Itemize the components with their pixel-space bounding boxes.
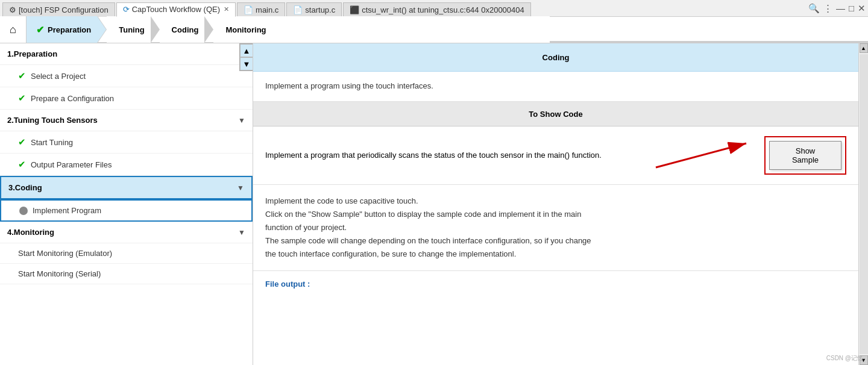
minimize-icon[interactable]: —	[836, 3, 845, 13]
title-bar: ⚙ [touch] FSP Configuration ⟳ CapTouch W…	[0, 0, 868, 17]
tuning-section-label: 2.Tuning Touch Sensors	[7, 116, 98, 125]
tab-ctsu[interactable]: ⬛ ctsu_wr_int() at tuning_ctsu.c:644 0x2…	[343, 2, 531, 17]
prepare-config-check-icon: ✔	[18, 93, 26, 104]
description-line-4: The sample code will change depending on…	[265, 234, 846, 248]
scroll-down-button[interactable]: ▼	[240, 57, 253, 70]
red-arrow	[644, 137, 764, 173]
tab-ctsu-label: ctsu_wr_int() at tuning_ctsu.c:644 0x200…	[362, 5, 524, 14]
home-icon: ⌂	[10, 23, 16, 36]
sidebar-section-coding[interactable]: 3.Coding ▼	[0, 176, 253, 199]
start-tuning-check-icon: ✔	[18, 137, 26, 148]
scroll-up-button[interactable]: ▲	[240, 44, 253, 57]
tab-startup[interactable]: 📄 startup.c	[286, 2, 342, 17]
output-params-label: Output Parameter Files	[31, 160, 112, 169]
tuning-collapse-icon: ▼	[238, 116, 245, 125]
panel-intro-text: Implement a program using the touch inte…	[265, 80, 846, 93]
tab-captouch-label: CapTouch Workflow (QE)	[132, 5, 220, 14]
panel-header: Coding	[253, 43, 858, 72]
svg-line-1	[656, 143, 746, 167]
coding-section-label: 3.Coding	[8, 183, 42, 192]
select-project-label: Select a Project	[31, 72, 86, 81]
monitoring-label: Monitoring	[225, 25, 266, 34]
file-output-area: File output :	[253, 271, 858, 297]
description-line-3: function of your project.	[265, 221, 846, 234]
sidebar-section-tuning[interactable]: 2.Tuning Touch Sensors ▼	[0, 110, 253, 131]
implement-program-label: Implement Program	[33, 206, 101, 215]
file-output-label: File output :	[265, 279, 310, 289]
tab-startup-label: startup.c	[305, 5, 335, 14]
tabs-container: ⚙ [touch] FSP Configuration ⟳ CapTouch W…	[2, 0, 804, 17]
workflow-step-preparation[interactable]: ✔ Preparation	[27, 16, 97, 43]
tab-main[interactable]: 📄 main.c	[237, 2, 285, 17]
monitoring-collapse-icon: ▼	[238, 228, 245, 237]
coding-label: Coding	[172, 25, 199, 34]
workflow-header: ⌂ ✔ Preparation Tuning Coding Monitoring	[0, 17, 868, 43]
description-line-2: Click on the "Show Sample" button to dis…	[265, 208, 846, 221]
file-icon-main: 📄	[244, 5, 253, 14]
sidebar-section-preparation[interactable]: 1.Preparation ▼	[0, 43, 253, 65]
tab-main-label: main.c	[256, 5, 278, 14]
close-icon[interactable]: ✕	[858, 3, 866, 14]
tuning-label: Tuning	[119, 25, 144, 34]
select-project-check-icon: ✔	[18, 70, 26, 81]
preparation-check-icon: ✔	[36, 24, 44, 36]
more-icon[interactable]: ⋮	[823, 3, 832, 14]
panel-subheader-label: To Show Code	[529, 110, 582, 119]
preparation-label: Preparation	[48, 25, 91, 34]
monitoring-section-label: 4.Monitoring	[7, 228, 54, 237]
show-sample-description: Implement a program that periodically sc…	[265, 151, 626, 160]
main-container: ⌂ ✔ Preparation Tuning Coding Monitoring	[0, 17, 868, 365]
right-scrollbar: ▲ ▼	[858, 43, 868, 365]
show-sample-area: Implement a program that periodically sc…	[253, 126, 858, 185]
panel-header-label: Coding	[542, 53, 570, 62]
show-sample-text: Implement a program that periodically sc…	[265, 151, 626, 160]
sidebar-item-output-params[interactable]: ✔ Output Parameter Files	[0, 154, 253, 176]
down-arrow-icon: ▼	[243, 60, 251, 69]
sidebar-item-select-project[interactable]: ✔ Select a Project	[0, 65, 253, 87]
file-icon-startup: 📄	[293, 5, 303, 14]
prepare-config-label: Prepare a Configuration	[31, 94, 114, 103]
show-sample-button-wrapper: Show Sample	[764, 136, 846, 175]
sidebar-section-monitoring[interactable]: 4.Monitoring ▼	[0, 222, 253, 243]
home-button[interactable]: ⌂	[0, 16, 27, 43]
arrow-svg	[644, 137, 764, 173]
tab-fsp-label: [touch] FSP Configuration	[19, 5, 108, 14]
sidebar-item-start-monitoring-serial[interactable]: Start Monitoring (Serial)	[0, 264, 253, 284]
workflow-step-coding[interactable]: Coding	[160, 16, 205, 43]
monitoring-serial-label: Start Monitoring (Serial)	[18, 269, 101, 278]
debug-icon: ⬛	[350, 5, 359, 14]
content-area: ▲ ▼ 1.Preparation ▼ ✔ Select a Project ✔	[0, 43, 868, 365]
tab-close-icon[interactable]: ✕	[224, 5, 229, 13]
up-arrow-icon: ▲	[243, 46, 251, 55]
sidebar-item-start-tuning[interactable]: ✔ Start Tuning	[0, 131, 253, 154]
panel-subheader: To Show Code	[253, 102, 858, 126]
coding-collapse-icon: ▼	[237, 184, 244, 192]
start-tuning-label: Start Tuning	[31, 138, 73, 147]
watermark: CSDN @记忆	[826, 354, 863, 363]
show-sample-button[interactable]: Show Sample	[769, 141, 841, 170]
preparation-section-label: 1.Preparation	[7, 49, 57, 58]
red-arrow-container: Show Sample	[644, 136, 846, 175]
description-area: Implement the code to use capacitive tou…	[253, 185, 858, 271]
implement-program-status-icon	[19, 207, 28, 215]
output-params-check-icon: ✔	[18, 159, 26, 170]
tab-captouch[interactable]: ⟳ CapTouch Workflow (QE) ✕	[116, 2, 236, 17]
scrollbar-up-button[interactable]: ▲	[860, 43, 868, 53]
workflow-icon: ⟳	[123, 5, 130, 14]
description-line-1: Implement the code to use capacitive tou…	[265, 195, 846, 208]
panel-intro-section: Implement a program using the touch inte…	[253, 72, 858, 102]
sidebar-item-implement-program[interactable]: Implement Program	[0, 199, 253, 222]
sidebar-item-start-monitoring-emulator[interactable]: Start Monitoring (Emulator)	[0, 243, 253, 264]
title-bar-controls: 🔍 ⋮ — □ ✕	[808, 3, 866, 14]
workflow-step-tuning[interactable]: Tuning	[107, 16, 150, 43]
workflow-step-monitoring[interactable]: Monitoring	[213, 16, 550, 43]
sidebar-item-prepare-config[interactable]: ✔ Prepare a Configuration	[0, 87, 253, 110]
sidebar: ▲ ▼ 1.Preparation ▼ ✔ Select a Project ✔	[0, 43, 253, 365]
maximize-icon[interactable]: □	[849, 3, 854, 13]
gear-icon: ⚙	[9, 5, 16, 14]
right-panel: Coding Implement a program using the tou…	[253, 43, 858, 365]
description-line-5: the touch interface configuration, be su…	[265, 248, 846, 261]
monitoring-emulator-label: Start Monitoring (Emulator)	[18, 249, 112, 258]
search-icon[interactable]: 🔍	[808, 3, 820, 14]
tab-fsp[interactable]: ⚙ [touch] FSP Configuration	[2, 2, 115, 17]
